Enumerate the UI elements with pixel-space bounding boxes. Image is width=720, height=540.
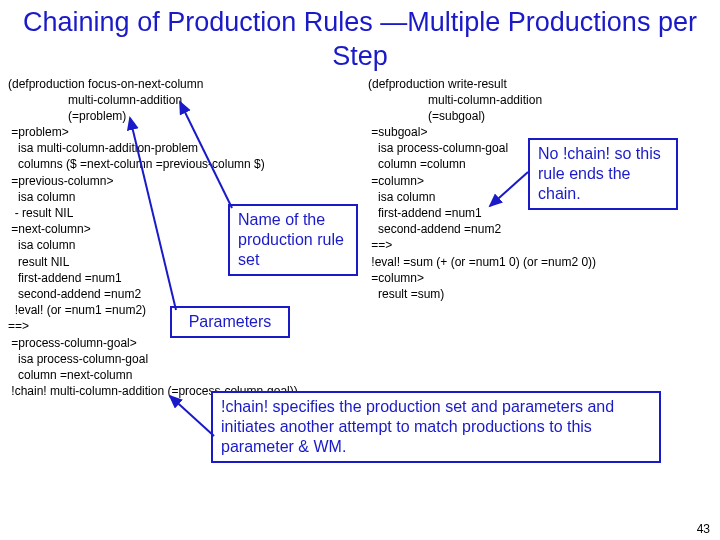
slide-body: (defproduction focus-on-next-column mult… xyxy=(0,76,720,82)
page-number: 43 xyxy=(697,522,710,536)
callout-no-chain: No !chain! so this rule ends the chain. xyxy=(528,138,678,210)
callout-name: Name of the production rule set xyxy=(228,204,358,276)
svg-line-2 xyxy=(170,396,214,436)
slide-title: Chaining of Production Rules —Multiple P… xyxy=(0,0,720,76)
callout-chain: !chain! specifies the production set and… xyxy=(211,391,661,463)
callout-parameters: Parameters xyxy=(170,306,290,338)
